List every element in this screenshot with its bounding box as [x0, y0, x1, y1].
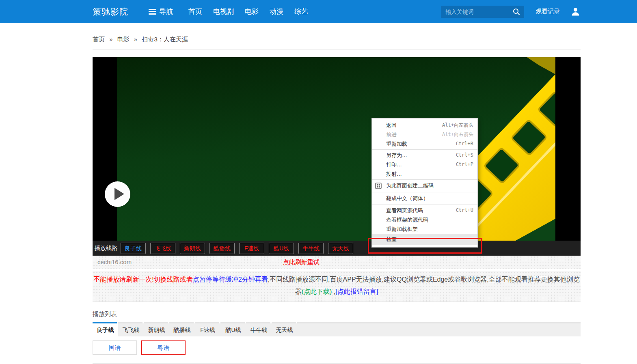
video-poster-image [117, 57, 555, 241]
menu-item-shortcut: Ctrl+U [456, 206, 473, 215]
play-icon [114, 188, 124, 200]
context-menu-item-save-as[interactable]: 另存为… Ctrl+S [372, 151, 477, 160]
nav-item-home[interactable]: 首页 [188, 7, 202, 16]
context-menu-item-reload-frame[interactable]: 重新加载框架 [372, 224, 477, 234]
download-link[interactable]: (点此下载) [302, 288, 332, 295]
refresh-retry-link[interactable]: 点此刷新重试 [283, 256, 320, 269]
context-menu-item-create-qr-code[interactable]: 为此页面创建二维码 [372, 181, 477, 191]
browser-context-menu: 返回 Alt+向左箭头 前进 Alt+向右箭头 重新加载 Ctrl+R 另存为… [371, 118, 478, 248]
menu-item-label: 前进 [386, 130, 442, 139]
play-line-button-1[interactable]: 良子线 [121, 243, 146, 254]
playlist-tab-3[interactable]: 新朗线 [144, 323, 169, 336]
site-header: 策驰影院 导航 首页 电视剧 电影 动漫 综艺 观看记录 [0, 0, 637, 23]
warning-segment: 不能播放请刷新一次!切换线路或者 [93, 276, 192, 283]
breadcrumb-home[interactable]: 首页 [93, 36, 105, 43]
video-player[interactable]: 返回 Alt+向左箭头 前进 Alt+向右箭头 重新加载 Ctrl+R 另存为… [93, 57, 581, 241]
play-line-bar: 播放线路 良子线 飞飞线 新朗线 酷播线 F速线 酷U线 牛牛线 无天线 [93, 241, 581, 256]
menu-item-label: 返回 [386, 121, 442, 130]
context-menu-item-view-frame-source[interactable]: 查看框架的源代码 [372, 215, 477, 224]
menu-item-label: 翻成中文（简体） [386, 193, 473, 204]
play-button[interactable] [105, 181, 130, 207]
warning-segment: 点暂停等待缓冲2分钟再看 [193, 276, 268, 283]
watch-history-link[interactable]: 观看记录 [536, 8, 560, 15]
site-watermark: cechi16.com [97, 258, 132, 265]
nav-toggle-button[interactable]: 导航 [149, 7, 173, 16]
playlist-tab-4[interactable]: 酷播线 [169, 323, 195, 336]
menu-item-shortcut: Alt+向左箭头 [442, 121, 473, 130]
nav-item-variety[interactable]: 综艺 [294, 7, 308, 16]
playback-warning: 不能播放请刷新一次!切换线路或者点暂停等待缓冲2分钟再看,不同线路播放源不同,百… [93, 271, 581, 302]
menu-item-label: 重新加载框架 [386, 224, 473, 234]
page: 策驰影院 导航 首页 电视剧 电影 动漫 综艺 观看记录 [0, 0, 637, 364]
hamburger-icon [149, 9, 156, 15]
context-menu-item-back[interactable]: 返回 Alt+向左箭头 [372, 121, 477, 130]
playlist-tab-2[interactable]: 飞飞线 [118, 323, 144, 336]
playlist-tab-1[interactable]: 良子线 [93, 323, 118, 336]
play-line-bar-label: 播放线路 [95, 245, 117, 252]
breadcrumb-current-title: 扫毒3：人在天涯 [142, 36, 188, 43]
breadcrumb: 首页 » 电影 » 扫毒3：人在天涯 [93, 36, 581, 50]
main-nav: 首页 电视剧 电影 动漫 综艺 [188, 7, 308, 16]
playlist-tabs: 良子线 飞飞线 新朗线 酷播线 F速线 酷U线 牛牛线 无天线 [93, 322, 581, 336]
warning-segment: , [332, 288, 335, 295]
menu-item-shortcut: Ctrl+R [456, 139, 473, 149]
notice-bar: cechi16.com 点此刷新重试 [93, 256, 581, 269]
menu-item-label: 打印… [386, 160, 456, 169]
play-line-button-7[interactable]: 牛牛线 [298, 243, 324, 254]
play-line-button-4[interactable]: 酷播线 [209, 243, 235, 254]
context-menu-item-forward[interactable]: 前进 Alt+向右箭头 [372, 130, 477, 139]
menu-item-label: 查看框架的源代码 [386, 215, 473, 224]
error-report-link[interactable]: [点此报错留言] [335, 288, 378, 295]
play-line-button-5[interactable]: F速线 [239, 243, 264, 254]
episode-list: 国语 粤语 [93, 340, 581, 355]
breadcrumb-separator: » [109, 36, 112, 43]
playlist-tabs-filler [297, 323, 581, 336]
play-line-button-2[interactable]: 飞飞线 [150, 243, 175, 254]
context-menu-item-print[interactable]: 打印… Ctrl+P [372, 160, 477, 169]
playlist-tab-6[interactable]: 酷U线 [220, 323, 246, 336]
episode-button-mandarin[interactable]: 国语 [93, 340, 137, 355]
nav-item-movies[interactable]: 电影 [245, 7, 259, 16]
search-input[interactable] [445, 9, 512, 15]
context-menu-item-inspect[interactable]: 检查 [372, 234, 477, 245]
play-line-button-8[interactable]: 无天线 [328, 243, 353, 254]
search-icon[interactable] [512, 7, 521, 16]
menu-item-label: 投射… [386, 169, 473, 179]
menu-item-label: 检查 [386, 234, 473, 245]
nav-item-anime[interactable]: 动漫 [270, 7, 283, 16]
menu-item-shortcut: Ctrl+S [456, 151, 473, 160]
play-line-button-3[interactable]: 新朗线 [180, 243, 205, 254]
menu-item-label: 查看网页源代码 [386, 206, 456, 215]
playlist-heading: 播放列表 [93, 310, 581, 318]
menu-item-shortcut: Alt+向右箭头 [442, 130, 473, 139]
playlist-tab-8[interactable]: 无天线 [272, 323, 297, 336]
bottom-separator [93, 363, 581, 364]
context-menu-item-reload[interactable]: 重新加载 Ctrl+R [372, 139, 477, 149]
breadcrumb-separator: » [134, 36, 137, 43]
playlist-tab-5[interactable]: F速线 [195, 323, 220, 336]
context-menu-item-translate[interactable]: 翻成中文（简体） [372, 193, 477, 204]
menu-item-label: 另存为… [386, 151, 456, 160]
search-box [441, 6, 524, 18]
nav-toggle-label: 导航 [159, 7, 173, 16]
playlist-tab-7[interactable]: 牛牛线 [246, 323, 272, 336]
site-logo[interactable]: 策驰影院 [93, 6, 128, 17]
menu-item-shortcut: Ctrl+P [456, 160, 473, 169]
episode-button-cantonese[interactable]: 粤语 [141, 340, 186, 355]
qr-code-icon [375, 182, 382, 193]
context-menu-item-cast[interactable]: 投射… [372, 169, 477, 179]
nav-item-tv-series[interactable]: 电视剧 [213, 7, 234, 16]
user-icon[interactable] [570, 6, 581, 17]
menu-item-label: 重新加载 [386, 139, 456, 149]
menu-item-label: 为此页面创建二维码 [386, 181, 473, 191]
context-menu-item-view-page-source[interactable]: 查看网页源代码 Ctrl+U [372, 206, 477, 215]
breadcrumb-category[interactable]: 电影 [117, 36, 130, 43]
play-line-button-6[interactable]: 酷U线 [269, 243, 294, 254]
